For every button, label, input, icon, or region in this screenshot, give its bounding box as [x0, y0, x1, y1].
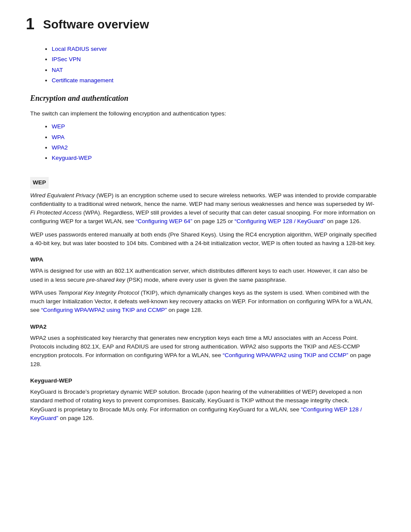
wep-italic: Wired Equivalent Privacy [30, 192, 95, 199]
wep-link[interactable]: WEP [52, 123, 65, 130]
encryption-list: WEP WPA WPA2 Keyguard-WEP [52, 122, 377, 162]
tkip-italic: Temporal Key Integrity Protocol [58, 289, 139, 296]
local-radius-link[interactable]: Local RADIUS server [52, 46, 107, 52]
encryption-heading: Encryption and authentication [30, 93, 377, 104]
top-links-list: Local RADIUS server IPSec VPN NAT Certif… [52, 45, 377, 85]
certificate-management-link[interactable]: Certificate management [52, 77, 113, 84]
ipsec-vpn-link[interactable]: IPSec VPN [52, 56, 81, 62]
list-item: NAT [52, 66, 377, 75]
list-item: Local RADIUS server [52, 45, 377, 53]
wpa2-heading: WPA2 [30, 323, 377, 331]
configuring-keyguard-link[interactable]: “Configuring WEP 128 / KeyGuard” [30, 406, 362, 421]
header-row: 1 Software overview [26, 13, 377, 32]
wep-heading-text: WEP [33, 179, 46, 186]
wpa2-subsection: WPA2 WPA2 uses a sophisticated key hiera… [30, 323, 377, 369]
list-item: Certificate management [52, 76, 377, 85]
configuring-wep128-link[interactable]: “Configuring WEP 128 / KeyGuard” [235, 218, 326, 224]
nat-link[interactable]: NAT [52, 67, 63, 73]
wep-paragraph1: Wired Equivalent Privacy (WEP) is an enc… [30, 191, 377, 226]
wep-heading: WEP [30, 177, 49, 188]
configuring-wpa2-link[interactable]: “Configuring WPA/WPA2 using TKIP and CCM… [223, 352, 349, 358]
psk-italic: pre-shared key [87, 277, 125, 283]
list-item: WPA2 [52, 143, 377, 152]
encryption-section: Encryption and authentication The switch… [30, 93, 377, 423]
wpa-subsection: WPA WPA is designed for use with an 802.… [30, 255, 377, 315]
configuring-wpa-link[interactable]: “Configuring WPA/WPA2 using TKIP and CCM… [41, 307, 167, 313]
chapter-title: Software overview [43, 13, 149, 32]
wep-subsection: WEP Wired Equivalent Privacy (WEP) is an… [30, 170, 377, 248]
list-item: Keyguard-WEP [52, 154, 377, 162]
wpa-link[interactable]: WPA [52, 134, 65, 140]
chapter-number: 1 [26, 16, 34, 32]
wpa2-link[interactable]: WPA2 [52, 144, 68, 151]
wpa-heading: WPA [30, 255, 377, 264]
wep-paragraph2: WEP uses passwords entered manually at b… [30, 230, 377, 248]
keyguard-subsection: Keyguard-WEP KeyGuard is Brocade’s propr… [30, 376, 377, 423]
keyguard-paragraph1: KeyGuard is Brocade’s proprietary dynami… [30, 388, 377, 423]
list-item: WEP [52, 122, 377, 131]
encryption-intro: The switch can implement the following e… [30, 109, 377, 118]
wpa-paragraph2: WPA uses Temporal Key Integrity Protocol… [30, 289, 377, 315]
keyguard-wep-link[interactable]: Keyguard-WEP [52, 155, 92, 161]
keyguard-heading: Keyguard-WEP [30, 376, 377, 385]
wpa-italic: Wi-Fi Protected Access [30, 201, 374, 216]
content-area: Local RADIUS server IPSec VPN NAT Certif… [30, 45, 377, 423]
list-item: WPA [52, 133, 377, 142]
list-item: IPSec VPN [52, 55, 377, 64]
configuring-wep64-link[interactable]: “Configuring WEP 64” [136, 218, 192, 224]
page: 1 Software overview Local RADIUS server … [0, 0, 411, 532]
wpa-paragraph1: WPA is designed for use with an 802.1X a… [30, 267, 377, 284]
wpa2-paragraph1: WPA2 uses a sophisticated key hierarchy … [30, 334, 377, 369]
